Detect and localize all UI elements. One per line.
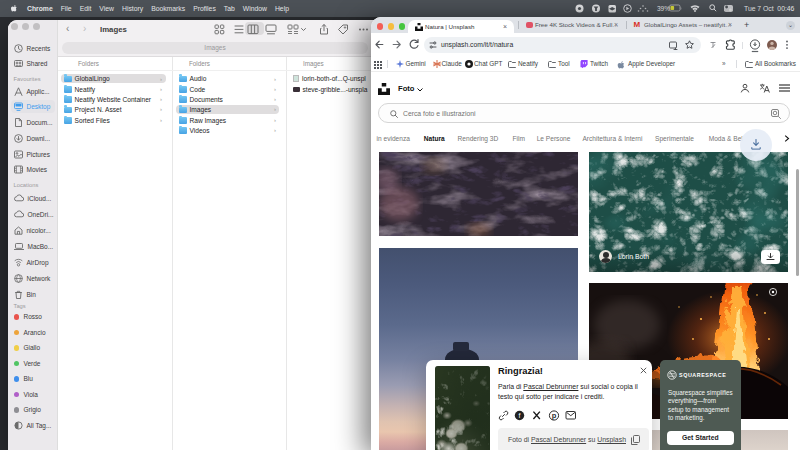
svg-text:p: p — [552, 411, 557, 420]
svg-text:f: f — [519, 412, 521, 419]
